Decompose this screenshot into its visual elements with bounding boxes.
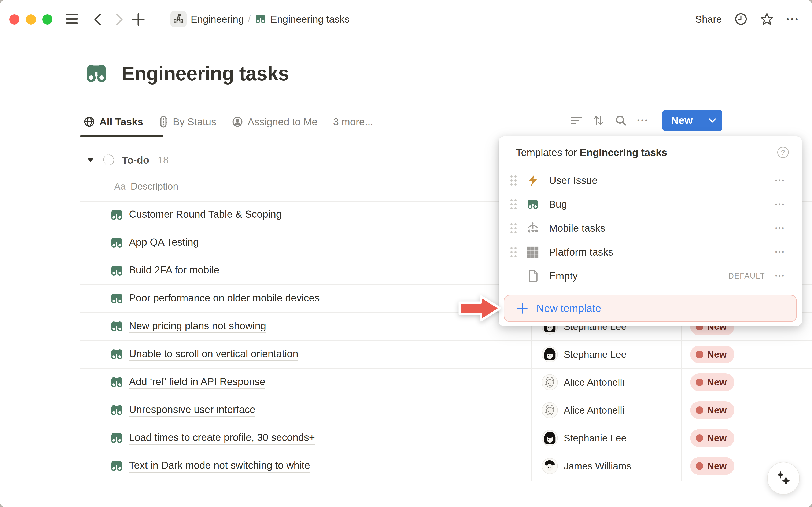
template-item[interactable]: Empty DEFAULT ••• — [499, 264, 802, 288]
drag-handle-icon[interactable] — [510, 199, 520, 210]
tab-all-tasks[interactable]: All Tasks — [84, 116, 143, 128]
drag-handle-icon[interactable] — [510, 247, 520, 257]
status-cell[interactable]: New — [690, 396, 735, 424]
ai-assistant-button[interactable] — [767, 462, 800, 495]
task-title-cell[interactable]: Add ‘ref’ field in API Response — [110, 369, 265, 396]
task-title-cell[interactable]: Build 2FA for mobile — [110, 257, 219, 284]
template-item-label: Empty — [549, 270, 728, 282]
task-title-cell[interactable]: New pricing plans not showing — [110, 313, 266, 340]
tab-more-views[interactable]: 3 more... — [333, 116, 373, 128]
clock-icon[interactable] — [735, 12, 748, 25]
page-title: Engineering tasks — [121, 62, 289, 85]
task-title-cell[interactable]: App QA Testing — [110, 229, 199, 257]
column-header-description[interactable]: Aa Description — [114, 181, 178, 192]
status-label: New — [707, 433, 727, 444]
task-title[interactable]: App QA Testing — [129, 236, 199, 249]
task-title[interactable]: Add ‘ref’ field in API Response — [129, 376, 265, 389]
binoculars-icon — [110, 264, 123, 278]
zoom-window-button[interactable] — [42, 14, 52, 24]
search-icon[interactable] — [615, 115, 627, 126]
templates-popup: Templates for Engineering tasks ? — [499, 136, 802, 326]
task-title-cell[interactable]: Customer Round Table & Scoping — [110, 201, 282, 229]
new-template-button[interactable]: New template — [504, 295, 797, 322]
table-row[interactable]: Unresponsive user interface — [0, 396, 812, 425]
status-cell[interactable]: New — [690, 452, 735, 480]
new-button-label[interactable]: New — [662, 114, 702, 127]
template-item[interactable]: Platform tasks ••• — [499, 240, 802, 264]
assignee-cell[interactable]: Alice Antonelli — [542, 396, 624, 424]
template-item-menu-icon[interactable]: ••• — [775, 177, 786, 184]
status-cell[interactable]: New — [690, 369, 735, 396]
back-icon[interactable] — [93, 13, 103, 26]
assignee-cell[interactable]: Alice Antonelli — [542, 369, 624, 396]
task-title[interactable]: Text in Dark mode not switching to white — [129, 459, 310, 472]
template-item-label: Platform tasks — [549, 246, 775, 258]
template-item[interactable]: Bug ••• — [499, 192, 802, 216]
task-title[interactable]: Load times to create profile, 30 seconds… — [129, 432, 315, 445]
plus-icon — [517, 303, 528, 314]
binoculars-icon — [110, 459, 123, 473]
task-title[interactable]: New pricing plans not showing — [129, 320, 266, 333]
task-title[interactable]: Customer Round Table & Scoping — [129, 208, 282, 222]
new-page-icon[interactable] — [132, 13, 145, 26]
active-tab-underline — [80, 135, 163, 137]
template-item-menu-icon[interactable]: ••• — [775, 273, 786, 279]
template-item[interactable]: User Issue ••• — [499, 168, 802, 192]
task-title[interactable]: Poor performance on older mobile devices — [129, 292, 320, 305]
column-header-label: Description — [131, 181, 178, 192]
task-title[interactable]: Unable to scroll on vertical orientation — [129, 348, 298, 361]
task-title-cell[interactable]: Load times to create profile, 30 seconds… — [110, 425, 315, 452]
template-item-menu-icon[interactable]: ••• — [775, 201, 786, 208]
hamburger-menu-icon[interactable] — [65, 13, 79, 25]
template-item-menu-icon[interactable]: ••• — [775, 225, 786, 231]
binoculars-icon — [110, 236, 123, 249]
star-icon[interactable] — [760, 12, 774, 25]
drag-handle-icon[interactable] — [510, 175, 520, 185]
view-options-icon[interactable]: ••• — [637, 117, 649, 124]
template-item-label: Mobile tasks — [549, 222, 775, 234]
sort-icon[interactable] — [593, 115, 604, 126]
task-title-cell[interactable]: Text in Dark mode not switching to white — [110, 452, 310, 480]
filter-icon[interactable] — [571, 115, 582, 125]
close-window-button[interactable] — [9, 14, 19, 24]
task-title-cell[interactable]: Unable to scroll on vertical orientation — [110, 341, 298, 368]
breadcrumb: Engineering / Engineering tasks — [170, 11, 349, 27]
lightning-icon — [526, 174, 540, 187]
assignee-cell[interactable]: James Williams — [542, 452, 631, 480]
template-item[interactable]: Mobile tasks ••• — [499, 216, 802, 240]
breadcrumb-workspace[interactable]: Engineering — [191, 13, 244, 25]
globe-icon — [84, 116, 95, 127]
forward-icon[interactable] — [114, 13, 124, 26]
status-cell[interactable]: New — [690, 425, 735, 452]
template-item-menu-icon[interactable]: ••• — [775, 249, 786, 255]
group-name[interactable]: To-do — [122, 154, 149, 166]
group-toggle-icon[interactable] — [87, 158, 94, 162]
assignee-cell[interactable]: Stephanie Lee — [542, 425, 627, 452]
task-title-cell[interactable]: Poor performance on older mobile devices — [110, 285, 320, 313]
task-title[interactable]: Build 2FA for mobile — [129, 264, 219, 277]
avatar — [542, 458, 558, 474]
assignee-cell[interactable]: Stephanie Lee — [542, 341, 627, 368]
new-button[interactable]: New — [662, 110, 722, 131]
table-row[interactable]: Add ‘ref’ field in API Response — [0, 369, 812, 396]
workspace-building-icon[interactable] — [170, 11, 186, 27]
task-title-cell[interactable]: Unresponsive user interface — [110, 396, 256, 424]
tab-by-status[interactable]: By Status — [159, 116, 216, 128]
binoculars-icon — [110, 292, 123, 305]
table-row[interactable]: Text in Dark mode not switching to white — [0, 452, 812, 480]
status-cell[interactable]: New — [690, 341, 735, 368]
table-row[interactable]: Load times to create profile, 30 seconds… — [0, 425, 812, 452]
help-icon[interactable]: ? — [777, 147, 789, 158]
traffic-light-icon — [159, 116, 168, 128]
new-button-caret[interactable] — [702, 117, 722, 124]
task-title[interactable]: Unresponsive user interface — [129, 404, 256, 417]
tab-assigned-to-me[interactable]: Assigned to Me — [232, 116, 318, 128]
drag-handle-icon[interactable] — [510, 223, 520, 233]
grid-icon — [526, 245, 540, 259]
minimize-window-button[interactable] — [26, 14, 36, 24]
more-options-icon[interactable]: ••• — [787, 15, 800, 23]
table-row[interactable]: Unable to scroll on vertical orientation — [0, 341, 812, 369]
share-button[interactable]: Share — [695, 13, 722, 25]
breadcrumb-page[interactable]: Engineering tasks — [270, 13, 349, 25]
binoculars-icon — [110, 376, 123, 389]
